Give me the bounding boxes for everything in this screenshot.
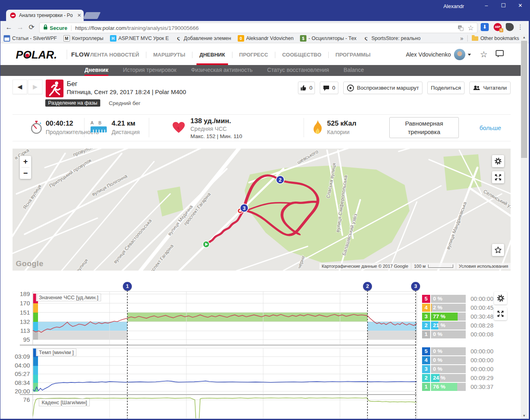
- back-icon[interactable]: ←: [4, 22, 14, 33]
- scroll-up-icon[interactable]: ▲: [521, 34, 528, 40]
- download-extension-icon[interactable]: ⬇: [481, 23, 489, 31]
- phase-marker-3[interactable]: 3: [411, 282, 420, 291]
- distance-value: 4.21 км: [112, 120, 140, 128]
- subnav-diary[interactable]: Дневник: [84, 65, 108, 76]
- new-tab-button[interactable]: [83, 12, 101, 19]
- secure-label: Secure: [50, 25, 67, 31]
- chart-fullscreen-button[interactable]: [494, 307, 507, 320]
- map-scale: 100 м: [412, 263, 456, 269]
- user-name[interactable]: Alex Vdovichenko: [406, 51, 451, 58]
- route-map[interactable]: Прилуцький провулоквулиця ПолігоннаЯсна …: [13, 149, 511, 271]
- session-note: Средний бег: [109, 100, 141, 106]
- bookmark-item[interactable]: MКонтроллеры: [63, 35, 103, 42]
- window-minimize-button[interactable]: –: [480, 2, 492, 10]
- bookmark-favicon: M: [63, 35, 70, 42]
- translate-icon[interactable]: A: [458, 25, 464, 31]
- nav-diary[interactable]: ДНЕВНИК: [192, 48, 232, 62]
- hr-tick: 170: [20, 300, 30, 307]
- pace-tick: 05:27: [15, 370, 30, 377]
- bookmark-favicon: 0: [238, 35, 244, 42]
- map-settings-button[interactable]: [492, 155, 504, 167]
- polar-favicon: [10, 13, 16, 18]
- evernote-extension-icon[interactable]: [506, 23, 514, 31]
- replay-route-button[interactable]: Воспроизвести маршрут: [343, 82, 422, 94]
- hr-zones-table: 50 %00:00:0042 %00:00:45377 %00:30:48221…: [422, 295, 500, 339]
- chrome-menu-icon[interactable]: ⋮: [516, 23, 524, 31]
- zoom-in-button[interactable]: +: [20, 156, 31, 167]
- share-button[interactable]: Поделиться: [427, 82, 465, 94]
- bookmark-item[interactable]: 0Aleksandr Vdovichen: [238, 35, 294, 42]
- nav-routes[interactable]: МАРШРУТЫ: [146, 48, 192, 62]
- zone-row-2: 221 %00:08:28: [422, 321, 500, 330]
- bookmark-item[interactable]: ϚSportsStore: реально: [363, 35, 420, 42]
- cadence-chart-legend: Каденс [Шаги/мин]: [39, 399, 90, 406]
- reload-icon[interactable]: ⟳: [26, 22, 37, 33]
- bookmarks-overflow-chevron[interactable]: »: [460, 35, 463, 42]
- avg-hr-value: 138 уд./мин.: [190, 117, 242, 125]
- scrollbar-thumb[interactable]: [521, 41, 527, 158]
- window-maximize-button[interactable]: ☐: [497, 2, 509, 10]
- comment-button[interactable]: 0: [320, 82, 338, 94]
- title-bar: Alexandr – ☐ ✕ Анализ тренировки - Po ✕: [0, 0, 529, 21]
- next-session-button[interactable]: ▶: [28, 80, 42, 94]
- chart-settings-button[interactable]: [494, 292, 507, 304]
- route-start-marker: [203, 241, 209, 248]
- more-link[interactable]: больше: [479, 124, 501, 131]
- bookmark-item[interactable]: HASP.NET MVC Урок Е: [110, 35, 169, 42]
- like-count: 0: [309, 85, 313, 91]
- nav-community[interactable]: СООБЩЕСТВО: [275, 48, 328, 62]
- forward-icon[interactable]: →: [15, 22, 25, 33]
- phase-split-badge[interactable]: Разделение на фазы: [45, 99, 100, 107]
- adblock-extension-icon[interactable]: ABP6: [494, 23, 502, 31]
- map-fullscreen-button[interactable]: [492, 171, 504, 183]
- chevron-down-icon[interactable]: [468, 54, 471, 56]
- feedback-chat-icon[interactable]: [496, 50, 504, 59]
- subnav-recovery[interactable]: Статус восстановления: [267, 65, 329, 76]
- address-bar[interactable]: Secure | https://flow.polar.com/training…: [39, 23, 477, 33]
- other-bookmarks[interactable]: Other bookmarks: [472, 36, 519, 41]
- map-phase-marker-2[interactable]: 2: [276, 176, 284, 184]
- bookmark-star-icon[interactable]: ☆: [468, 24, 474, 32]
- page-scrollbar[interactable]: ▲ ▼: [521, 34, 528, 419]
- subnav-history[interactable]: История тренировок: [123, 65, 176, 76]
- google-logo[interactable]: Google: [16, 259, 43, 268]
- zone-row-1: 10 %00:00:08: [422, 330, 500, 338]
- subnav-balance[interactable]: Balance: [344, 65, 364, 76]
- stopwatch-icon: [30, 120, 43, 137]
- like-button[interactable]: 0: [298, 82, 315, 94]
- tab-close-icon[interactable]: ✕: [77, 13, 81, 18]
- zone-row-3: 377 %00:30:48: [422, 313, 500, 321]
- map-terms-link[interactable]: Условия использования: [456, 263, 511, 269]
- favorites-star-icon[interactable]: ☆: [480, 50, 488, 59]
- calories-label: Калории: [327, 129, 356, 135]
- bookmark-item[interactable]: $- Осцилляторы - Тех: [300, 35, 357, 42]
- window-close-button[interactable]: ✕: [514, 2, 526, 10]
- url-path: /training/analysis/1790005666: [126, 25, 198, 31]
- svg-text:3: 3: [243, 206, 246, 211]
- followers-button[interactable]: Читатели: [469, 82, 511, 94]
- nav-feed[interactable]: ЛЕНТА НОВОСТЕЙ: [83, 48, 146, 62]
- comment-count: 0: [332, 85, 336, 91]
- bookmark-item[interactable]: Статьи - SilverWPF: [4, 35, 57, 42]
- polar-logo[interactable]: POLAR.: [16, 49, 57, 61]
- folder-icon: [472, 36, 478, 41]
- map-favorite-star-button[interactable]: [492, 244, 504, 256]
- zone-row-5: 50 %00:00:00: [422, 347, 500, 355]
- scroll-down-icon[interactable]: ▼: [521, 413, 528, 419]
- phase-marker-1[interactable]: 1: [123, 282, 132, 291]
- avatar[interactable]: [454, 49, 465, 60]
- bookmark-item[interactable]: ϚДобавление элемен: [175, 35, 231, 42]
- nav-progress[interactable]: ПРОГРЕСС: [232, 48, 275, 62]
- zoom-out-button[interactable]: −: [20, 168, 31, 179]
- map-phase-marker-3[interactable]: 3: [240, 204, 248, 212]
- map-canvas: Прилуцький провулоквулиця ПолігоннаЯсна …: [13, 149, 511, 271]
- avg-hr-label: Средняя ЧСС: [190, 126, 242, 132]
- subnav-activity[interactable]: Физическая активность: [191, 65, 252, 76]
- zone-row-5: 50 %00:00:00: [422, 295, 500, 303]
- phase-marker-2[interactable]: 2: [363, 282, 372, 291]
- browser-tab[interactable]: Анализ тренировки - Po ✕: [6, 10, 84, 21]
- chrome-profile-name[interactable]: Alexandr: [443, 3, 464, 9]
- training-benefit-button[interactable]: Равномернаятренировка: [389, 117, 459, 138]
- nav-programs[interactable]: ПРОГРАММЫ: [329, 48, 378, 62]
- prev-session-button[interactable]: ◀: [13, 80, 27, 94]
